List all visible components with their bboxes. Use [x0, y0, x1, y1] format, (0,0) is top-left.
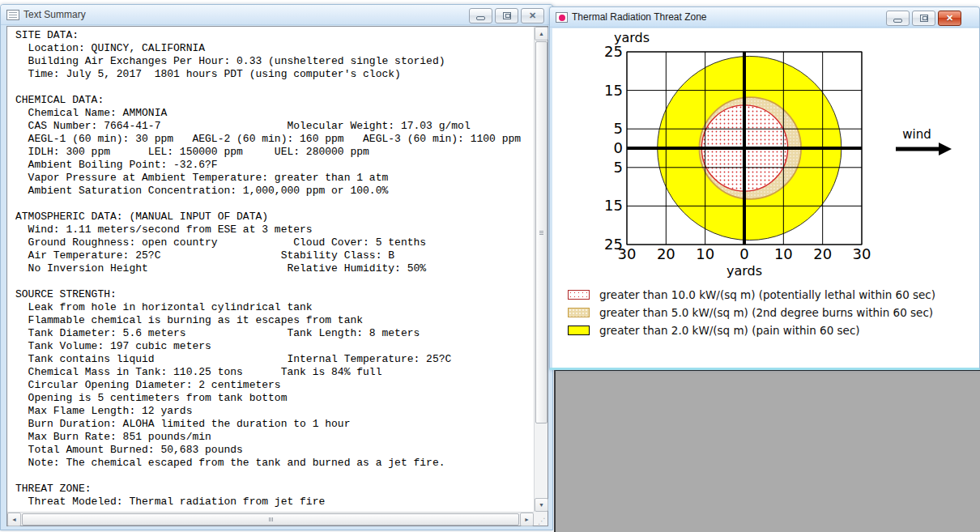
text-summary-content-box: SITE DATA: Location: QUINCY, CALIFORNIA … [6, 26, 548, 526]
legend-item: greater than 5.0 kW/(sq m) (2nd degree b… [568, 304, 935, 321]
threat-zone-content: 251550515253020100102030yardsyardswind g… [552, 28, 979, 368]
minimize-icon [476, 16, 485, 20]
horizontal-scrollbar[interactable]: ◄ ► [7, 512, 534, 526]
threat-zone-icon [556, 12, 568, 23]
threat-zone-plot: 251550515253020100102030yardsyardswind [552, 28, 979, 281]
y-tick-label: 25 [604, 43, 623, 60]
maximize-button[interactable] [912, 11, 935, 26]
scroll-right-button[interactable]: ► [520, 513, 534, 526]
scroll-down-button[interactable]: ▼ [535, 498, 548, 512]
y-tick-label: 5 [614, 159, 623, 176]
minimize-icon [893, 19, 902, 23]
text-summary-title: Text Summary [23, 9, 86, 20]
desktop-background [554, 369, 980, 532]
legend-item: greater than 2.0 kW/(sq m) (pain within … [568, 321, 935, 339]
y-tick-label: 15 [604, 82, 623, 99]
x-tick-label: 10 [774, 245, 793, 262]
y-tick-label: 5 [614, 120, 623, 137]
scroll-up-icon: ▲ [539, 31, 544, 36]
x-tick-label: 0 [739, 245, 748, 262]
threat-zone-titlebar[interactable]: Thermal Radiation Threat Zone ✕ [550, 7, 979, 28]
scroll-left-icon: ◄ [11, 517, 17, 522]
minimize-button[interactable] [886, 11, 910, 26]
vertical-scrollbar[interactable]: ▲ ▼ [534, 27, 548, 512]
scroll-right-icon: ► [524, 517, 530, 522]
horizontal-scrollbar-thumb[interactable] [22, 513, 519, 526]
x-tick-label: 20 [657, 245, 675, 262]
scroll-down-icon: ▼ [539, 502, 544, 508]
maximize-icon [920, 15, 928, 22]
x-tick-label: 20 [813, 245, 832, 262]
scrollbar-corner-grip[interactable] [534, 512, 548, 526]
legend-item: greater than 10.0 kW/(sq m) (potentially… [568, 286, 935, 304]
close-button[interactable]: ✕ [521, 8, 544, 23]
legend-label: greater than 2.0 kW/(sq m) (pain within … [599, 324, 860, 337]
y-tick-label: 0 [614, 139, 623, 156]
tan-dots-swatch-icon [568, 308, 590, 317]
threat-zone-window: Thermal Radiation Threat Zone ✕ 25155051… [549, 6, 980, 370]
summary-text: SITE DATA: Location: QUINCY, CALIFORNIA … [7, 27, 534, 509]
minimize-button[interactable] [469, 8, 492, 23]
threat-zone-legend: greater than 10.0 kW/(sq m) (potentially… [568, 286, 935, 339]
close-icon: ✕ [946, 14, 953, 23]
text-summary-window-controls: ✕ [469, 8, 544, 23]
text-summary-titlebar[interactable]: Text Summary ✕ [1, 5, 552, 25]
x-tick-label: 10 [696, 245, 714, 262]
wind-arrow-head [939, 143, 952, 155]
x-tick-label: 30 [618, 245, 637, 262]
vertical-scrollbar-thumb[interactable] [535, 41, 548, 423]
threat-zone-title: Thermal Radiation Threat Zone [572, 11, 707, 23]
text-summary-window: Text Summary ✕ SITE DATA: Location: QUIN… [0, 4, 553, 530]
red-dots-swatch-icon [568, 290, 590, 300]
close-icon: ✕ [529, 11, 536, 20]
maximize-button[interactable] [495, 8, 518, 23]
close-button[interactable]: ✕ [938, 11, 961, 26]
wind-label: wind [902, 127, 931, 142]
x-tick-label: 30 [853, 245, 871, 262]
text-summary-icon [6, 10, 19, 20]
yellow-solid-swatch-icon [568, 326, 590, 335]
x-axis-label: yards [726, 263, 762, 279]
legend-label: greater than 5.0 kW/(sq m) (2nd degree b… [599, 306, 933, 319]
y-axis-label: yards [614, 30, 650, 45]
scroll-up-button[interactable]: ▲ [535, 27, 548, 40]
maximize-icon [503, 12, 511, 19]
text-summary-content[interactable]: SITE DATA: Location: QUINCY, CALIFORNIA … [7, 27, 534, 512]
threat-zone-window-controls: ✕ [886, 11, 961, 26]
legend-label: greater than 10.0 kW/(sq m) (potentially… [599, 288, 935, 301]
scroll-left-button[interactable]: ◄ [7, 513, 21, 526]
y-tick-label: 15 [604, 197, 623, 214]
